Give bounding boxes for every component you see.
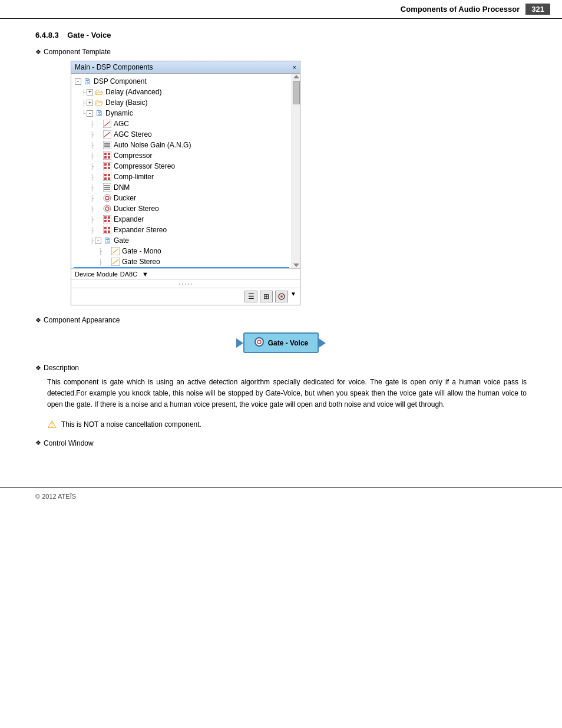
svg-rect-16 — [104, 167, 107, 169]
page-number: 321 — [525, 4, 550, 15]
tree-item-comp-limiter[interactable]: ├ Comp-limiter — [74, 172, 289, 182]
tree-item-expander-stereo[interactable]: ├ Expander Stereo — [74, 225, 289, 235]
compressor-label: Compressor — [114, 151, 152, 160]
tree-item-expander[interactable]: ├ Expander — [74, 214, 289, 225]
svg-rect-38 — [108, 227, 110, 229]
delay-basic-label: Delay (Basic) — [105, 98, 147, 107]
component-template-label: Component Template — [35, 48, 527, 56]
footer-dropdown-icon[interactable]: ▼ — [290, 291, 296, 302]
svg-rect-25 — [104, 187, 110, 188]
page-footer: © 2012 ATEÏS — [0, 487, 562, 505]
dsp-scrollbar[interactable] — [292, 74, 300, 268]
gate-stereo-icon — [111, 257, 120, 266]
warning-box: ⚠ This is NOT a noise cancellation compo… — [47, 418, 527, 431]
tree-item-dnm[interactable]: ├ DNM — [74, 182, 289, 193]
gate-folder-label: Gate — [114, 236, 129, 245]
scroll-thumb[interactable] — [293, 81, 300, 104]
right-arrow-icon — [319, 338, 326, 348]
agc-label: AGC — [114, 120, 129, 128]
comp-limiter-label: Comp-limiter — [114, 173, 154, 181]
page-header: Components of Audio Processor 321 — [0, 0, 562, 19]
description-label: Description — [35, 364, 527, 372]
component-visual-label: Gate - Voice — [268, 339, 308, 347]
svg-rect-6 — [104, 144, 110, 146]
tree-item-ducker[interactable]: ├ Ducker — [74, 193, 289, 203]
tree-item-gate-stereo[interactable]: ├ Gate Stereo — [74, 256, 289, 267]
ducker-label: Ducker — [114, 194, 136, 202]
grid-view-btn[interactable]: ⊞ — [260, 291, 273, 302]
gate-stereo-label: Gate Stereo — [122, 258, 160, 266]
dsp-component-icon: 🖺 — [82, 77, 92, 86]
list-view-btn[interactable]: ☰ — [244, 291, 257, 302]
compressor-stereo-icon — [103, 162, 112, 171]
gate-expand[interactable]: - — [95, 238, 101, 244]
expander-stereo-label: Expander Stereo — [114, 226, 167, 234]
dsp-body: - 🖺 DSP Component ├ + 🗁 Delay (Advanced)… — [71, 74, 300, 268]
agc-stereo-label: AGC Stereo — [114, 130, 152, 139]
tree-item-gate-mono[interactable]: ├ Gate - Mono — [74, 246, 289, 256]
svg-point-29 — [104, 205, 111, 212]
tree-item-compressor[interactable]: ├ Compressor — [74, 150, 289, 161]
ducker-stereo-label: Ducker Stereo — [114, 205, 159, 213]
warning-text: This is NOT a noise cancellation compone… — [61, 420, 201, 429]
dsp-title-bar: Main - DSP Components × — [71, 61, 300, 74]
svg-point-60 — [280, 295, 283, 298]
settings-btn[interactable] — [275, 291, 288, 302]
svg-rect-34 — [104, 220, 107, 222]
dsp-tree: - 🖺 DSP Component ├ + 🗁 Delay (Advanced)… — [71, 74, 292, 268]
tree-item-compressor-stereo[interactable]: ├ Compressor Stereo — [74, 161, 289, 172]
agc-stereo-icon — [103, 130, 112, 139]
dropdown-arrow-icon[interactable]: ▼ — [142, 271, 148, 278]
svg-rect-9 — [104, 153, 107, 155]
dynamic-icon: 🖺 — [94, 108, 104, 118]
svg-rect-10 — [108, 153, 110, 155]
delay-advanced-expand[interactable]: + — [87, 89, 93, 95]
svg-rect-40 — [108, 230, 110, 233]
delay-advanced-label: Delay (Advanced) — [105, 88, 161, 96]
component-appearance-label: Component Appearance — [35, 316, 527, 324]
tree-root[interactable]: - 🖺 DSP Component — [74, 76, 289, 87]
auto-noise-gain-label: Auto Noise Gain (A.N.G) — [114, 141, 191, 149]
dynamic-expand[interactable]: - — [87, 110, 93, 117]
dsp-components-window: Main - DSP Components × - 🖺 DSP Componen… — [71, 61, 300, 305]
svg-rect-11 — [104, 156, 107, 159]
svg-rect-26 — [104, 189, 110, 190]
ducker-icon — [103, 193, 112, 203]
tree-item-delay-advanced[interactable]: ├ + 🗁 Delay (Advanced) — [74, 87, 289, 97]
tree-item-dynamic[interactable]: └ - 🖺 Dynamic — [74, 108, 289, 118]
component-gate-icon — [254, 337, 265, 349]
delay-basic-expand[interactable]: + — [87, 100, 93, 106]
compressor-icon — [103, 151, 112, 160]
tree-item-agc[interactable]: ├ AGC — [74, 118, 289, 129]
gate-mono-icon — [111, 246, 120, 256]
comp-limiter-icon — [103, 172, 112, 182]
svg-rect-21 — [104, 177, 107, 180]
tree-item-delay-basic[interactable]: ├ + 🗁 Delay (Basic) — [74, 97, 289, 108]
gate-folder-icon: 🖺 — [103, 236, 112, 245]
main-content: 6.4.8.3 Gate - Voice Component Template … — [0, 25, 562, 464]
svg-rect-12 — [108, 156, 110, 159]
compressor-stereo-label: Compressor Stereo — [114, 162, 175, 170]
tree-item-gate-voice[interactable]: ├ Gate - Voice ◀ — [74, 267, 289, 268]
warning-icon: ⚠ — [47, 418, 57, 431]
auto-noise-gain-icon — [103, 140, 112, 150]
section-heading: 6.4.8.3 Gate - Voice — [35, 31, 527, 39]
left-arrow-icon — [236, 338, 243, 348]
svg-rect-5 — [104, 143, 110, 144]
root-expand-btn[interactable]: - — [75, 78, 81, 85]
svg-rect-15 — [108, 163, 110, 166]
gate-voice-icon — [111, 268, 120, 268]
description-text: This component is gate which is using an… — [47, 377, 527, 411]
device-module-bar: Device Module DA8C ▼ — [71, 268, 300, 279]
dsp-dots-separator: • • • • • — [71, 279, 300, 288]
svg-rect-33 — [108, 216, 110, 219]
delay-advanced-icon: 🗁 — [94, 87, 104, 97]
section-title: Gate - Voice — [67, 31, 111, 39]
tree-item-ducker-stereo[interactable]: ├ Ducker Stereo — [74, 203, 289, 214]
svg-rect-35 — [108, 220, 110, 222]
tree-item-gate-folder[interactable]: ├ - 🖺 Gate — [74, 235, 289, 246]
tree-item-agc-stereo[interactable]: ├ AGC Stereo — [74, 129, 289, 140]
tree-item-auto-noise-gain[interactable]: ├ Auto Noise Gain (A.N.G) — [74, 140, 289, 150]
close-icon[interactable]: × — [293, 64, 296, 71]
copyright-text: © 2012 ATEÏS — [35, 493, 76, 500]
